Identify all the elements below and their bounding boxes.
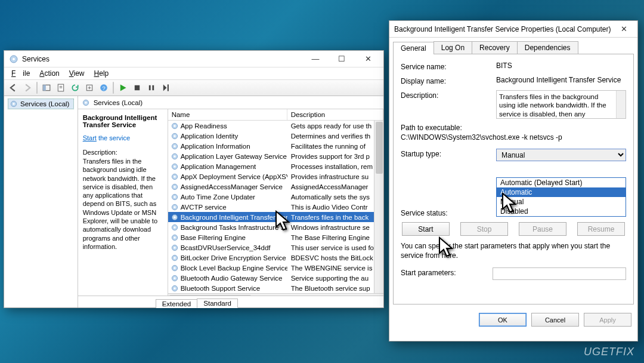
- dropdown-option[interactable]: Manual: [497, 197, 626, 207]
- tree-root-label: Services (Local): [20, 100, 69, 107]
- dialog-titlebar[interactable]: Background Intelligent Transfer Service …: [389, 21, 637, 38]
- toolbar-stop-button[interactable]: [131, 81, 144, 94]
- toolbar-restart-button[interactable]: [159, 81, 172, 94]
- minimize-button[interactable]: —: [302, 51, 329, 67]
- tab-standard[interactable]: Standard: [197, 299, 238, 308]
- gear-icon: [171, 122, 179, 130]
- col-name[interactable]: Name: [168, 109, 287, 120]
- table-row[interactable]: Block Level Backup Engine ServiceThe WBE…: [168, 263, 374, 273]
- tab-extended[interactable]: Extended: [156, 299, 198, 308]
- dropdown-option[interactable]: Disabled: [497, 207, 626, 216]
- table-row[interactable]: Application IdentityDetermines and verif…: [168, 131, 374, 141]
- menu-help[interactable]: Help: [91, 69, 113, 78]
- services-list: Name Description App ReadinessGets apps …: [168, 109, 383, 296]
- table-row[interactable]: Application Layer Gateway ServiceProvide…: [168, 151, 374, 161]
- svg-point-41: [174, 236, 176, 239]
- tab-recovery[interactable]: Recovery: [472, 41, 518, 54]
- service-desc: Provides support for 3rd p: [287, 153, 374, 160]
- table-row[interactable]: BitLocker Drive Encryption ServiceBDESVC…: [168, 253, 374, 263]
- start-button[interactable]: Start: [402, 222, 450, 236]
- toolbar-show-hide-button[interactable]: [40, 81, 53, 94]
- detail-desc: Transfers files in the background using …: [83, 157, 163, 251]
- table-row[interactable]: Auto Time Zone UpdaterAutomatically sets…: [168, 192, 374, 202]
- toolbar-properties-button[interactable]: [54, 81, 67, 94]
- vertical-scrollbar[interactable]: [374, 121, 383, 293]
- start-params-input[interactable]: [493, 267, 626, 280]
- service-desc: The Bluetooth service sup: [287, 285, 374, 292]
- table-row[interactable]: Bluetooth Audio Gateway ServiceService s…: [168, 273, 374, 283]
- svg-point-15: [13, 103, 15, 105]
- svg-rect-13: [168, 84, 169, 91]
- ok-button[interactable]: OK: [479, 313, 527, 327]
- list-body: App ReadinessGets apps ready for use thA…: [168, 121, 374, 293]
- path-label: Path to executable:: [401, 124, 626, 132]
- table-row[interactable]: AVCTP serviceThis is Audio Video Contr: [168, 202, 374, 212]
- table-row[interactable]: Bluetooth Support ServiceThe Bluetooth s…: [168, 283, 374, 293]
- watermark: UGETFIX: [584, 346, 634, 358]
- service-name: AVCTP service: [181, 204, 227, 211]
- startup-dropdown-list[interactable]: Automatic (Delayed Start)AutomaticManual…: [496, 177, 626, 217]
- service-desc: AssignedAccessManager: [287, 183, 374, 190]
- services-titlebar[interactable]: Services — ☐ ✕: [4, 51, 383, 67]
- menu-action[interactable]: Action: [36, 69, 63, 78]
- table-row[interactable]: Application InformationFacilitates the r…: [168, 141, 374, 151]
- horizontal-scrollbar[interactable]: ◄►: [168, 293, 383, 296]
- dropdown-option[interactable]: Automatic: [497, 187, 626, 197]
- service-desc: Gets apps ready for use th: [287, 122, 374, 130]
- service-desc: Determines and verifies th: [287, 133, 374, 140]
- svg-point-33: [174, 196, 176, 198]
- service-name: Bluetooth Audio Gateway Service: [181, 275, 283, 282]
- toolbar-start-button[interactable]: [116, 81, 129, 94]
- svg-point-37: [174, 216, 176, 219]
- table-row[interactable]: AppX Deployment Service (AppXSVC)Provide…: [168, 171, 374, 182]
- table-row[interactable]: Background Tasks Infrastructure S…Window…: [168, 222, 374, 232]
- table-row[interactable]: App ReadinessGets apps ready for use th: [168, 121, 374, 131]
- dropdown-option[interactable]: Automatic (Delayed Start): [497, 178, 626, 187]
- description-scrollbar[interactable]: [616, 91, 626, 118]
- description-box[interactable]: Transfers files in the background using …: [496, 90, 626, 119]
- detail-desc-label: Description:: [83, 149, 163, 156]
- table-row[interactable]: Application ManagementProcesses installa…: [168, 161, 374, 171]
- svg-rect-11: [149, 85, 151, 90]
- tree-root-node[interactable]: Services (Local): [8, 99, 74, 109]
- toolbar-export-button[interactable]: [83, 81, 96, 94]
- svg-point-21: [174, 135, 176, 137]
- start-link[interactable]: Start: [83, 134, 97, 141]
- service-desc: This user service is used fo: [287, 244, 374, 251]
- table-row[interactable]: Background Intelligent Transfer ServiceT…: [168, 212, 374, 222]
- svg-point-47: [174, 267, 176, 269]
- nav-forward-button[interactable]: [21, 81, 34, 94]
- toolbar-refresh-button[interactable]: [69, 81, 82, 94]
- tab-general[interactable]: General: [393, 42, 434, 54]
- table-row[interactable]: AssignedAccessManager ServiceAssignedAcc…: [168, 182, 374, 192]
- tree-pane: Services (Local): [4, 96, 78, 307]
- service-name: Application Layer Gateway Service: [181, 153, 287, 160]
- start-suffix: the service: [97, 134, 130, 141]
- gear-icon: [171, 193, 179, 201]
- dialog-close-button[interactable]: ✕: [612, 21, 635, 37]
- svg-text:?: ?: [102, 85, 105, 91]
- close-button[interactable]: ✕: [355, 51, 381, 67]
- tab-dependencies[interactable]: Dependencies: [517, 41, 578, 54]
- table-row[interactable]: BcastDVRUserService_34ddfThis user servi…: [168, 242, 374, 253]
- hint-text: You can specify the start parameters tha…: [401, 242, 626, 260]
- service-desc: The Base Filtering Engine: [287, 234, 374, 241]
- maximize-button[interactable]: ☐: [329, 51, 355, 67]
- col-description[interactable]: Description: [287, 109, 383, 120]
- gear-icon: [171, 173, 179, 181]
- toolbar-help-button[interactable]: ?: [97, 81, 110, 94]
- nav-back-button[interactable]: [7, 81, 20, 94]
- tab-logon[interactable]: Log On: [434, 41, 472, 54]
- svg-point-51: [174, 287, 176, 290]
- toolbar: ?: [4, 79, 383, 96]
- gear-icon: [171, 233, 179, 242]
- apply-button: Apply: [584, 313, 631, 327]
- startup-type-select[interactable]: Manual: [496, 149, 626, 161]
- service-name: Bluetooth Support Service: [181, 285, 261, 292]
- svg-point-35: [174, 206, 176, 208]
- menu-file[interactable]: File: [8, 69, 33, 78]
- toolbar-pause-button[interactable]: [145, 81, 158, 94]
- cancel-button[interactable]: Cancel: [531, 313, 579, 327]
- menu-view[interactable]: View: [66, 69, 88, 78]
- table-row[interactable]: Base Filtering EngineThe Base Filtering …: [168, 232, 374, 242]
